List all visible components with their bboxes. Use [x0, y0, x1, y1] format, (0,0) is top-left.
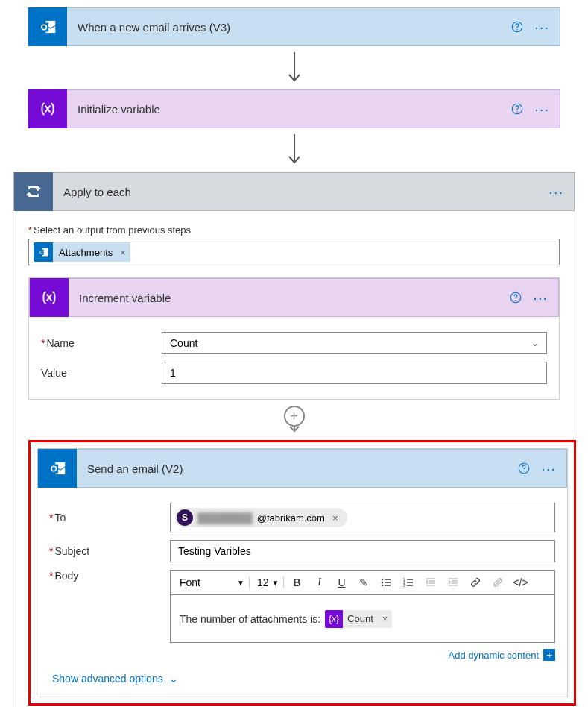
more-menu-icon[interactable]: ···	[534, 19, 549, 34]
step-title: Send an email (V2)	[77, 462, 517, 475]
variable-icon	[28, 89, 67, 128]
more-menu-icon[interactable]: ···	[534, 101, 549, 116]
value-label: Value	[41, 367, 153, 379]
variable-icon	[30, 278, 69, 317]
body-text: The number of attachments is:	[180, 613, 320, 625]
svg-point-22	[382, 579, 384, 581]
svg-point-5	[517, 29, 518, 30]
flow-arrow	[7, 46, 581, 89]
step-title: Apply to each	[53, 186, 549, 198]
svg-text:3: 3	[403, 583, 405, 588]
name-select[interactable]: Count ⌄	[162, 332, 547, 354]
editor-toolbar: Font ▼ 12 ▼ B I U ✎ 123	[170, 570, 555, 595]
recipient-chip[interactable]: S ████████@fabrikam.com ×	[175, 508, 347, 527]
step-send-email: Send an email (V2) ··· *To S ██	[37, 448, 568, 697]
step-email-trigger[interactable]: When a new email arrives (V3) ···	[28, 7, 560, 46]
avatar: S	[177, 509, 193, 526]
step-initialize-variable[interactable]: Initialize variable ···	[28, 89, 560, 128]
body-label: *Body	[49, 570, 161, 582]
step-apply-to-each-header[interactable]: Apply to each ···	[13, 172, 575, 211]
chevron-down-icon: ⌄	[169, 673, 178, 685]
token-label: Count	[343, 613, 378, 624]
svg-rect-11	[38, 250, 43, 255]
variable-icon: {x}	[325, 610, 343, 628]
more-menu-icon[interactable]: ···	[541, 461, 556, 476]
svg-rect-2	[39, 23, 48, 32]
increment-variable-header[interactable]: Increment variable ···	[29, 278, 559, 317]
more-menu-icon[interactable]: ···	[549, 184, 563, 199]
attachments-token[interactable]: Attachments ×	[34, 242, 130, 262]
body-editor[interactable]: The number of attachments is: {x} Count …	[170, 595, 555, 643]
help-icon[interactable]	[510, 102, 524, 116]
remove-recipient-icon[interactable]: ×	[329, 512, 341, 524]
svg-point-21	[524, 471, 525, 471]
recipient-name-redacted: ████████	[197, 512, 253, 524]
token-label: Attachments	[53, 247, 118, 258]
svg-point-14	[516, 300, 516, 301]
outlook-icon	[38, 449, 77, 488]
step-title: Increment variable	[69, 292, 509, 304]
more-menu-icon[interactable]: ···	[533, 290, 548, 305]
subject-input[interactable]: Testing Varibles	[170, 540, 555, 562]
indent-button[interactable]	[443, 574, 463, 591]
outlook-icon	[34, 242, 53, 262]
highlight-box: Send an email (V2) ··· *To S ██	[28, 440, 576, 706]
link-button[interactable]	[466, 574, 485, 591]
step-increment-variable: Increment variable ··· *Name Count ⌄	[28, 277, 560, 400]
outdent-button[interactable]	[421, 574, 440, 591]
chevron-down-icon: ⌄	[531, 338, 539, 348]
unlink-button[interactable]	[488, 574, 508, 591]
select-output-label: *Select an output from previous steps	[28, 224, 560, 236]
help-icon[interactable]	[509, 291, 522, 304]
svg-point-23	[382, 582, 384, 584]
to-label: *To	[49, 512, 161, 524]
italic-button[interactable]: I	[309, 574, 329, 591]
send-email-header[interactable]: Send an email (V2) ···	[37, 449, 567, 488]
outlook-icon	[28, 7, 67, 46]
name-label: *Name	[41, 337, 153, 349]
bullet-list-button[interactable]	[376, 574, 396, 591]
flow-arrow	[7, 128, 581, 172]
font-color-button[interactable]: ✎	[354, 574, 373, 591]
apply-to-each-container: Apply to each ··· *Select an output from…	[13, 172, 575, 707]
number-list-button[interactable]: 123	[399, 574, 418, 591]
step-title: When a new email arrives (V3)	[67, 21, 510, 34]
help-icon[interactable]	[517, 462, 531, 475]
recipient-domain: @fabrikam.com	[257, 512, 325, 524]
add-step-connector: +	[28, 400, 560, 434]
to-input[interactable]: S ████████@fabrikam.com ×	[170, 503, 555, 532]
show-advanced-options-button[interactable]: Show advanced options ⌄	[52, 673, 555, 685]
add-step-button[interactable]: +	[284, 406, 305, 427]
svg-rect-18	[49, 465, 58, 474]
underline-button[interactable]: U	[332, 574, 351, 591]
subject-label: *Subject	[49, 545, 161, 557]
font-size-select[interactable]: 12 ▼	[253, 576, 284, 588]
code-view-button[interactable]: </>	[510, 574, 530, 591]
svg-point-8	[517, 111, 518, 112]
bold-button[interactable]: B	[287, 574, 306, 591]
svg-point-24	[382, 585, 384, 587]
font-family-select[interactable]: Font ▼	[175, 576, 250, 588]
count-variable-token[interactable]: {x} Count ×	[325, 610, 392, 628]
add-dynamic-content-button[interactable]: Add dynamic content +	[449, 649, 555, 661]
select-output-input[interactable]: Attachments ×	[28, 239, 560, 265]
plus-icon: +	[543, 649, 555, 661]
loop-icon	[14, 172, 53, 211]
step-title: Initialize variable	[67, 103, 510, 116]
remove-token-icon[interactable]: ×	[378, 613, 393, 624]
value-input[interactable]: 1	[162, 362, 547, 384]
remove-token-icon[interactable]: ×	[118, 247, 130, 258]
help-icon[interactable]	[510, 20, 524, 34]
